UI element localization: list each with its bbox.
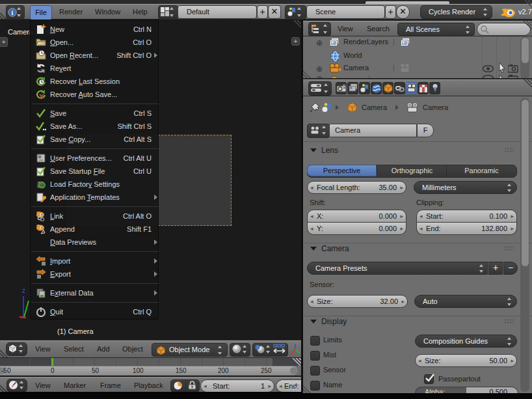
svg-text:z: z (22, 287, 25, 294)
svg-text:i: i (12, 9, 14, 16)
